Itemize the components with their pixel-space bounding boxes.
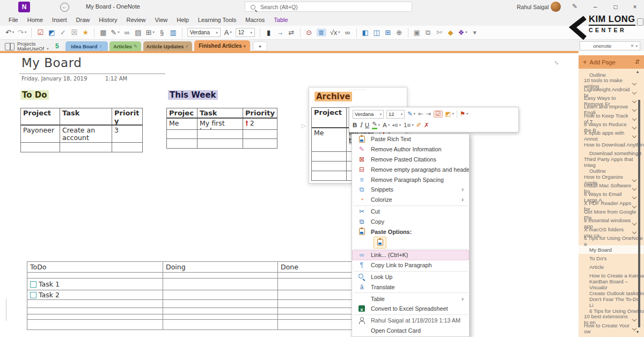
kanban-cell[interactable] (163, 308, 278, 314)
sidebar-page-article[interactable]: Article (579, 263, 644, 272)
task-checkbox[interactable] (30, 281, 36, 288)
menu-item-look-up[interactable]: Look Up (352, 272, 469, 282)
lock-icon[interactable]: ◆ (447, 29, 455, 36)
kanban-cell[interactable] (163, 320, 278, 329)
delete-icon[interactable]: ✗ (424, 122, 429, 129)
table-cell[interactable]: Payoneer (21, 126, 60, 142)
highlighter-icon[interactable]: ✎▾ (372, 121, 380, 129)
maximize-button[interactable]: □ (606, 0, 625, 14)
bold-button[interactable]: B (353, 122, 357, 129)
kanban-cell[interactable] (163, 300, 278, 307)
table-cell[interactable]: !2 (243, 119, 277, 129)
undo-icon[interactable]: ↶▾ (5, 29, 14, 36)
more-icon[interactable]: ▾ (471, 29, 479, 36)
menu-item-remove-author-information[interactable]: ✎Remove Author Information (352, 144, 469, 155)
avatar[interactable] (551, 2, 561, 12)
sidebar-page-kanban-board-visualiz[interactable]: KanBan Board – Visualiz (579, 280, 644, 289)
paste-option-button[interactable] (352, 237, 469, 248)
resize-icon[interactable]: ⇄ (288, 29, 295, 36)
dock-window-icon[interactable]: ⊞ (384, 29, 392, 36)
flag-icon[interactable]: ⚑▾ (460, 111, 469, 118)
kanban-cell[interactable] (27, 320, 163, 329)
move-paragraph-icon[interactable]: → (276, 29, 284, 36)
notebook-icon[interactable] (5, 43, 14, 50)
clear-search-icon[interactable]: × (631, 43, 634, 49)
sidebar-page-third-party-apps-that-integ[interactable]: Third Party Apps that Integ (579, 158, 644, 166)
this-week-table-header-cell[interactable]: Task (197, 108, 243, 118)
tag-todo-icon[interactable]: ☑ (36, 29, 44, 36)
back-icon[interactable]: ← (60, 3, 69, 12)
screen-clipping-icon[interactable]: ▦ (99, 29, 107, 36)
menu-file[interactable]: File (9, 17, 18, 23)
menu-help[interactable]: Help (177, 17, 189, 23)
section-tab-finished-articles[interactable]: Finished Articles▾ (194, 40, 250, 52)
archive-heading[interactable]: Archive (314, 92, 352, 101)
table-cell[interactable] (312, 152, 347, 161)
tag-todo-icon[interactable]: ☑ (434, 111, 442, 118)
todo-table-header-cell[interactable]: Priority (112, 108, 142, 124)
page-title[interactable]: My Board (21, 56, 82, 70)
style-pen-icon[interactable]: ✎▾ (407, 111, 415, 118)
menu-item-link-ctrl-k[interactable]: ∞Link... (Ctrl+K) (352, 250, 469, 260)
section-tab-[interactable]: + (253, 41, 267, 51)
table-cell[interactable] (197, 139, 243, 148)
task-checkbox[interactable] (30, 292, 36, 298)
add-page-button[interactable]: + Add Page ⇵ (579, 55, 644, 69)
menu-home[interactable]: Home (27, 17, 43, 23)
table-cell[interactable] (167, 139, 197, 148)
section-tab-articles[interactable]: Articles✎ (109, 41, 141, 51)
scissors-icon[interactable]: ✄ (436, 29, 443, 36)
table-cell[interactable]: Me (312, 128, 347, 151)
menu-history[interactable]: History (99, 17, 117, 23)
indent-decrease-icon[interactable]: ⇤ (418, 111, 423, 118)
close-button[interactable]: × (626, 0, 644, 14)
page-width-icon[interactable]: ▮ (265, 29, 273, 36)
menu-item-convert-to-excel-spreadsheet[interactable]: Convert to Excel Spreadsheet (352, 304, 469, 314)
kanban-cell[interactable] (27, 273, 163, 278)
sidebar-page-to-do-s[interactable]: To Do's (579, 254, 644, 262)
table-cell[interactable]: Create an account (60, 126, 112, 142)
kanban-header-doing[interactable]: Doing (163, 262, 278, 272)
archive-table-header-cell[interactable]: Project (312, 108, 347, 127)
this-week-heading[interactable]: This Week (168, 90, 218, 100)
kanban-cell[interactable] (27, 314, 163, 319)
kanban-table[interactable]: ToDoDoingDoneTask 1Task 2 (27, 261, 398, 330)
kanban-cell[interactable] (163, 290, 278, 299)
table-cell[interactable] (243, 130, 277, 138)
kanban-header-todo[interactable]: ToDo (27, 262, 163, 272)
todo-table-header-cell[interactable]: Task (60, 108, 112, 124)
menu-item-copy[interactable]: ⧉Copy (352, 216, 469, 226)
menu-item-remove-pasted-citations[interactable]: ⊠Remove Pasted Citations (352, 155, 469, 165)
font-size-combo[interactable]: 12▾ (236, 28, 255, 37)
ink-icon[interactable]: ✎▾ (111, 29, 119, 36)
italic-button[interactable]: I (360, 122, 362, 129)
table-cell[interactable] (112, 143, 142, 152)
table-cell[interactable] (167, 130, 197, 138)
menu-insert[interactable]: Insert (52, 17, 67, 23)
tag-star-icon[interactable]: ★ (82, 29, 89, 36)
paragraph-handle-icon[interactable]: ▷ (302, 122, 306, 129)
menu-item-table[interactable]: Table› (352, 294, 469, 304)
outline-view-icon[interactable]: ≣ (317, 28, 326, 36)
split-window-icon[interactable]: ◧ (362, 29, 369, 36)
sidebar-page-how-to-download-anythin[interactable]: How to Download Anythin (579, 140, 644, 149)
menu-item-rahul-saigal-at-1-18-2019-1-13-am[interactable]: Rahul Saigal at 1/18/2019 1:13 AM (352, 316, 469, 326)
page-search-input[interactable]: onenote × ▾ (580, 41, 640, 50)
menu-item-colorize[interactable]: ◔Colorize› (352, 195, 469, 205)
table-cell[interactable]: 3 (112, 126, 142, 142)
kanban-cell[interactable] (27, 300, 163, 307)
this-week-table-header-cell[interactable]: Priority (243, 108, 277, 118)
underline-button[interactable]: U (365, 122, 369, 129)
tag-star-icon[interactable]: ◩▾ (445, 111, 454, 118)
menu-item-remove-paragraph-spacing[interactable]: ≡Remove Paragraph Spacing (352, 174, 469, 185)
mini-font-size-combo[interactable]: 12▾ (386, 110, 405, 119)
screenshot-icon[interactable]: ▣ (413, 29, 421, 36)
link-icon[interactable]: ∞ (123, 29, 131, 36)
menu-draw[interactable]: Draw (76, 17, 90, 23)
indent-increase-icon[interactable]: ⇥ (426, 111, 431, 118)
menu-item-snippets[interactable]: ⧉Snippets› (352, 185, 469, 195)
font-color-icon[interactable]: A▾ (383, 122, 390, 129)
kanban-cell[interactable] (27, 308, 163, 314)
mini-font-name-combo[interactable]: Verdana▾ (353, 110, 384, 119)
copy-page-icon[interactable]: ⧉ (425, 29, 432, 36)
